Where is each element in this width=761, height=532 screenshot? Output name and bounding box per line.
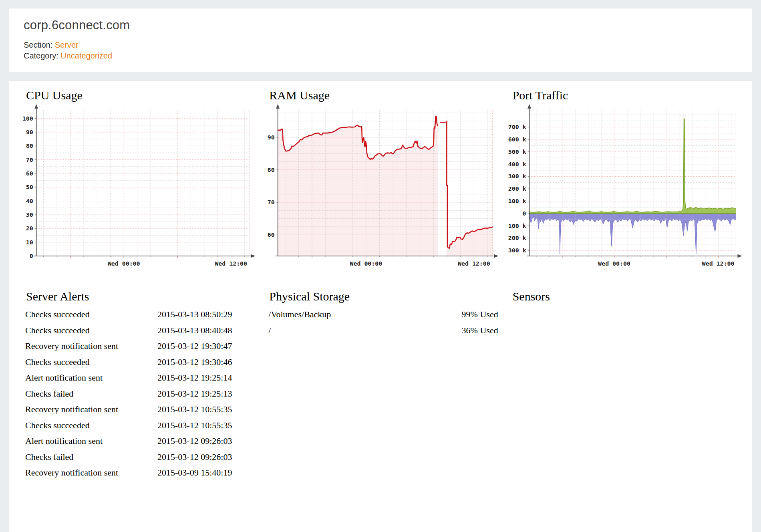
svg-text:Wed 00:00: Wed 00:00: [598, 260, 630, 267]
server-alerts-list: Checks succeeded2015-03-13 08:50:29 Chec…: [18, 306, 256, 481]
svg-text:50: 50: [26, 183, 33, 191]
alert-row: Recovery notification sent2015-03-09 15:…: [18, 465, 256, 481]
svg-text:300 k: 300 k: [508, 173, 526, 180]
svg-text:10: 10: [26, 239, 33, 246]
svg-text:90: 90: [268, 134, 275, 141]
ram-usage-chart: 60708090Wed 00:00Wed 12:00: [261, 103, 499, 282]
alert-row: Checks failed2015-03-12 09:26:03: [18, 449, 256, 465]
svg-text:Wed 12:00: Wed 12:00: [215, 260, 247, 267]
svg-text:90: 90: [26, 129, 33, 136]
svg-text:Wed 00:00: Wed 00:00: [108, 260, 140, 267]
svg-text:400 k: 400 k: [508, 161, 526, 168]
svg-text:500 k: 500 k: [508, 148, 526, 155]
port-traffic-section: Port Traffic 300 k200 k100 k0100 k200 k3…: [505, 83, 743, 282]
alert-label: Checks succeeded: [25, 354, 157, 370]
server-alerts-title: Server Alerts: [26, 290, 256, 303]
category-label: Category:: [24, 51, 58, 60]
svg-text:0: 0: [522, 210, 526, 217]
alert-row: Checks succeeded2015-03-13 08:40:48: [18, 322, 256, 339]
alert-label: Checks succeeded: [25, 417, 157, 433]
alert-row: Checks succeeded2015-03-12 10:55:35: [18, 417, 256, 433]
host-meta: Section: Server Category: Uncategorized: [24, 40, 737, 61]
svg-text:300 k: 300 k: [508, 247, 526, 254]
alert-time: 2015-03-12 19:25:14: [157, 370, 256, 386]
ram-usage-section: RAM Usage 60708090Wed 00:00Wed 12:00: [261, 83, 499, 282]
ram-usage-title: RAM Usage: [269, 89, 499, 102]
svg-text:30: 30: [26, 211, 33, 218]
page: corp.6connect.com Section: Server Catego…: [0, 0, 761, 532]
alert-row: Alert notification sent2015-03-12 09:26:…: [18, 433, 256, 449]
server-alerts-section: Server Alerts Checks succeeded2015-03-13…: [18, 284, 256, 481]
alert-time: 2015-03-12 19:30:47: [157, 338, 256, 354]
cpu-usage-chart: 0102030405060708090100Wed 00:00Wed 12:00: [18, 103, 256, 282]
alert-label: Recovery notification sent: [25, 338, 157, 354]
physical-storage-section: Physical Storage /Volumes/Backup99% Used…: [261, 284, 499, 481]
svg-text:60: 60: [268, 231, 275, 238]
section-line: Section: Server: [24, 40, 737, 50]
storage-used: 99% Used: [462, 306, 498, 322]
svg-text:200 k: 200 k: [508, 234, 526, 242]
alert-row: Alert notification sent2015-03-12 19:25:…: [18, 370, 256, 386]
header-card: corp.6connect.com Section: Server Catego…: [9, 8, 752, 72]
alert-time: 2015-03-12 09:26:03: [157, 433, 256, 449]
svg-text:0: 0: [30, 252, 33, 260]
alert-time: 2015-03-12 19:30:46: [157, 354, 256, 370]
alert-label: Recovery notification sent: [25, 465, 157, 481]
physical-storage-title: Physical Storage: [269, 290, 499, 303]
sensors-title: Sensors: [513, 290, 743, 303]
svg-text:80: 80: [26, 142, 33, 149]
alert-time: 2015-03-13 08:50:29: [157, 306, 256, 322]
svg-text:100: 100: [22, 115, 33, 122]
port-traffic-chart: 300 k200 k100 k0100 k200 k300 k400 k500 …: [505, 103, 743, 282]
storage-used: 36% Used: [462, 322, 498, 339]
physical-storage-list: /Volumes/Backup99% Used /36% Used: [261, 306, 499, 338]
svg-text:600 k: 600 k: [508, 136, 526, 143]
svg-text:Wed 00:00: Wed 00:00: [350, 260, 383, 267]
alert-time: 2015-03-12 19:25:13: [157, 386, 256, 402]
svg-text:Wed 12:00: Wed 12:00: [458, 260, 490, 267]
alert-row: Checks succeeded2015-03-13 08:50:29: [18, 306, 256, 322]
alert-row: Checks succeeded2015-03-12 19:30:46: [18, 354, 256, 370]
cpu-usage-title: CPU Usage: [26, 89, 256, 102]
dashboard-card: CPU Usage 0102030405060708090100Wed 00:0…: [9, 80, 752, 532]
charts-row: CPU Usage 0102030405060708090100Wed 00:0…: [18, 83, 743, 282]
svg-text:80: 80: [268, 166, 275, 173]
storage-path: /: [268, 322, 461, 339]
page-title: corp.6connect.com: [24, 18, 737, 32]
svg-text:20: 20: [26, 225, 33, 232]
svg-text:100 k: 100 k: [508, 222, 526, 230]
section-label: Section:: [24, 40, 52, 49]
alert-label: Checks failed: [25, 386, 157, 402]
alert-time: 2015-03-09 15:40:19: [157, 465, 256, 481]
svg-text:70: 70: [26, 156, 33, 163]
cpu-usage-section: CPU Usage 0102030405060708090100Wed 00:0…: [18, 83, 256, 282]
alert-row: Recovery notification sent2015-03-12 10:…: [18, 401, 256, 417]
svg-text:70: 70: [268, 199, 275, 206]
alert-label: Checks failed: [25, 449, 157, 465]
svg-text:200 k: 200 k: [508, 185, 526, 192]
alert-time: 2015-03-12 10:55:35: [157, 417, 256, 433]
alert-time: 2015-03-12 10:55:35: [157, 401, 256, 417]
alert-row: Checks failed2015-03-12 19:25:13: [18, 386, 256, 402]
storage-row: /Volumes/Backup99% Used: [261, 306, 499, 322]
alert-time: 2015-03-13 08:40:48: [157, 322, 256, 339]
svg-text:700 k: 700 k: [508, 123, 526, 131]
category-value-link[interactable]: Uncategorized: [60, 51, 112, 60]
section-value-link[interactable]: Server: [55, 40, 79, 49]
info-row: Server Alerts Checks succeeded2015-03-13…: [18, 284, 743, 481]
alert-row: Recovery notification sent2015-03-12 19:…: [18, 338, 256, 354]
storage-path: /Volumes/Backup: [268, 306, 461, 322]
sensors-section: Sensors: [505, 284, 743, 481]
svg-text:40: 40: [26, 197, 33, 205]
svg-text:Wed 12:00: Wed 12:00: [702, 260, 734, 267]
svg-text:60: 60: [26, 170, 33, 177]
alert-label: Alert notification sent: [25, 370, 157, 386]
storage-row: /36% Used: [261, 322, 499, 339]
alert-label: Checks succeeded: [25, 306, 157, 322]
alert-label: Alert notification sent: [25, 433, 157, 449]
alert-label: Recovery notification sent: [25, 401, 157, 417]
port-traffic-title: Port Traffic: [513, 89, 743, 102]
svg-text:100 k: 100 k: [508, 197, 526, 205]
alert-time: 2015-03-12 09:26:03: [157, 449, 256, 465]
alert-label: Checks succeeded: [25, 322, 157, 339]
